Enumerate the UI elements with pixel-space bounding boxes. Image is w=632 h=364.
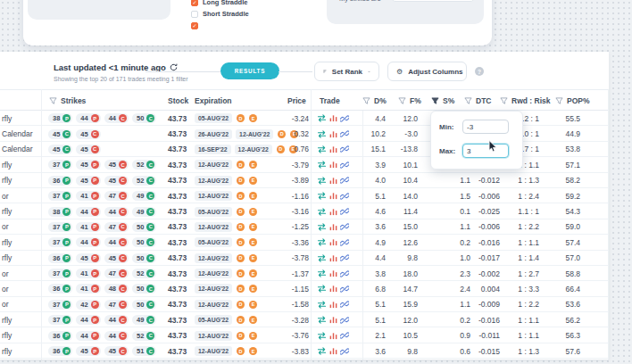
- link-icon[interactable]: [340, 222, 349, 231]
- chart-icon[interactable]: [329, 238, 337, 246]
- link-icon[interactable]: [340, 161, 349, 170]
- help-icon[interactable]: ?: [475, 67, 484, 76]
- table-row[interactable]: rfly36P44P44C52C43.7312-AUG'22DE-3.762.1…: [0, 327, 609, 343]
- strategy-default-dropdown[interactable]: Strategy Default: [391, 0, 475, 2]
- filter-funnel-icon[interactable]: [398, 97, 406, 105]
- link-icon[interactable]: [340, 269, 349, 278]
- col-d-pct[interactable]: D%: [362, 96, 387, 105]
- table-row[interactable]: or36P41P48C50C43.7312-AUG'22DE-1.156.814…: [0, 281, 609, 296]
- set-rank-button[interactable]: Set Rank: [314, 62, 379, 81]
- swap-icon[interactable]: [317, 223, 327, 231]
- filter-funnel-icon[interactable]: [464, 97, 472, 105]
- link-icon[interactable]: [340, 207, 349, 216]
- swap-icon[interactable]: [317, 208, 327, 216]
- link-icon[interactable]: [340, 176, 349, 185]
- price-value: -3.83: [264, 343, 309, 359]
- swap-icon[interactable]: [317, 285, 327, 293]
- rwd-risk-value: 1 : 2.4: [489, 188, 539, 203]
- link-icon[interactable]: [340, 331, 349, 340]
- chart-icon[interactable]: [329, 301, 337, 309]
- pop-pct-value: 57.4: [543, 235, 580, 250]
- swap-icon[interactable]: [317, 301, 327, 309]
- column-divider: [362, 111, 363, 360]
- link-icon[interactable]: [340, 253, 349, 262]
- dividend-icon: D: [237, 285, 245, 293]
- chart-icon[interactable]: [329, 177, 337, 185]
- chart-icon[interactable]: [329, 347, 337, 355]
- link-icon[interactable]: [340, 192, 349, 201]
- swap-icon[interactable]: [317, 192, 327, 200]
- filter-funnel-icon[interactable]: [49, 97, 57, 105]
- swap-icon[interactable]: [317, 177, 327, 185]
- chart-icon[interactable]: [329, 269, 337, 277]
- table-row[interactable]: or37P42P47C50C43.7312-AUG'22DE-1.585.115…: [0, 297, 609, 312]
- call-icon: C: [119, 208, 127, 216]
- chart-icon[interactable]: [329, 145, 337, 153]
- strategy-option-partial[interactable]: ✓: [191, 21, 203, 30]
- stock-price: 43.73: [168, 327, 187, 343]
- filter-funnel-icon[interactable]: [500, 97, 508, 105]
- put-icon: P: [62, 316, 71, 324]
- col-f-pct[interactable]: F%: [398, 96, 421, 105]
- min-input[interactable]: [462, 120, 509, 134]
- link-icon[interactable]: [340, 238, 349, 247]
- filter-funnel-icon[interactable]: [555, 97, 563, 105]
- table-row[interactable]: rfly38P44P44C49C43.7305-AUG'22DE-3.164.6…: [0, 203, 609, 219]
- table-row[interactable]: or37P41P47C50C43.7312-AUG'22DE-1.253.615…: [0, 219, 609, 235]
- chart-icon[interactable]: [329, 332, 337, 340]
- table-row[interactable]: rfly37P44P44C50C43.7305-AUG'22DE-3.364.9…: [0, 235, 609, 250]
- swap-icon[interactable]: [317, 332, 327, 340]
- swap-icon[interactable]: [317, 238, 327, 246]
- earnings-icon: E: [249, 208, 257, 216]
- col-pop-pct[interactable]: POP%: [555, 96, 590, 105]
- swap-icon[interactable]: [317, 254, 327, 262]
- checkbox-checked-icon[interactable]: ✓: [191, 22, 198, 29]
- filter-funnel-icon[interactable]: [362, 97, 370, 105]
- table-row[interactable]: rfly36P45P45C52C43.7312-AUG'22DE-3.894.0…: [0, 173, 609, 188]
- filter-funnel-active-icon[interactable]: [431, 97, 439, 105]
- chart-icon[interactable]: [329, 161, 337, 169]
- swap-icon[interactable]: [317, 145, 327, 153]
- link-icon[interactable]: [340, 347, 349, 356]
- swap-icon[interactable]: [317, 269, 327, 277]
- strategy-option-long-straddle[interactable]: ✓ Long Straddle: [191, 0, 247, 7]
- swap-icon[interactable]: [317, 161, 327, 169]
- col-s-pct[interactable]: S%: [431, 96, 454, 105]
- adjust-columns-button[interactable]: ⚙ Adjust Columns: [387, 62, 467, 81]
- strike-badge: 50C: [132, 222, 156, 232]
- link-icon[interactable]: [340, 285, 349, 294]
- swap-icon[interactable]: [317, 347, 327, 355]
- max-input[interactable]: [462, 144, 509, 158]
- price-value: -1.15: [264, 281, 309, 296]
- strategy-option-short-straddle[interactable]: Short Straddle: [191, 9, 249, 19]
- swap-icon[interactable]: [317, 114, 327, 122]
- link-icon[interactable]: [340, 145, 349, 153]
- checkbox-checked-icon[interactable]: ✓: [191, 0, 198, 6]
- link-icon[interactable]: [340, 300, 349, 309]
- link-icon[interactable]: [340, 129, 349, 138]
- table-row[interactable]: or37P41P47C52C43.7312-AUG'22DE-1.373.818…: [0, 266, 609, 281]
- link-icon[interactable]: [340, 316, 349, 325]
- col-rwd-risk[interactable]: Rwd : Risk: [500, 96, 550, 105]
- link-icon[interactable]: [340, 114, 349, 123]
- chart-icon[interactable]: [329, 130, 337, 138]
- chart-icon[interactable]: [329, 114, 337, 122]
- chart-icon[interactable]: [329, 223, 337, 231]
- col-dtc[interactable]: DTC: [464, 96, 491, 105]
- table-row[interactable]: rfly36P45P45C51C43.7312-AUG'22DE-3.833.6…: [0, 343, 609, 359]
- table-row[interactable]: or37P41P47C49C43.7312-AUG'22DE-1.165.114…: [0, 188, 609, 203]
- chart-icon[interactable]: [329, 316, 337, 324]
- checkbox-icon[interactable]: [191, 11, 198, 18]
- swap-icon[interactable]: [317, 316, 327, 324]
- table-row[interactable]: rfly37P44P44C49C43.7305-AUG'22DE-3.285.1…: [0, 312, 609, 327]
- chart-icon[interactable]: [329, 254, 337, 262]
- col-strikes[interactable]: Strikes: [49, 96, 86, 105]
- strategy-name: rfly: [2, 235, 39, 250]
- refresh-icon[interactable]: [170, 63, 178, 71]
- chart-icon[interactable]: [329, 285, 337, 293]
- swap-icon[interactable]: [317, 130, 327, 138]
- table-row[interactable]: rfly36P45P45C50C43.7312-AUG'22DE-3.784.4…: [0, 251, 609, 266]
- results-button[interactable]: RESULTS: [220, 62, 279, 79]
- chart-icon[interactable]: [329, 208, 337, 216]
- chart-icon[interactable]: [329, 192, 337, 200]
